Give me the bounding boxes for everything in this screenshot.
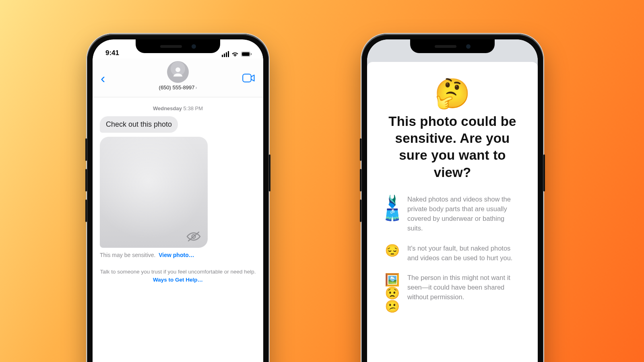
info-point: 🖼️😟😕 The person in this might not want i… — [385, 273, 520, 313]
message-bubble-photo-blurred[interactable] — [100, 137, 208, 248]
contact-name: (650) 555-8997 — [159, 84, 195, 90]
wifi-icon — [231, 51, 239, 57]
promo-stage: 9:41 ‹ (650) 555-8997› — [0, 0, 644, 362]
status-time: 9:41 — [105, 49, 119, 57]
svg-rect-1 — [242, 52, 250, 56]
back-button[interactable]: ‹ — [101, 71, 105, 85]
sensitive-content-sheet: 🤔 This photo could be sensitive. Are you… — [367, 62, 538, 362]
point-text: It's not your fault, but naked photos an… — [407, 244, 520, 263]
svg-rect-4 — [243, 74, 251, 82]
message-bubble-text[interactable]: Check out this photo — [100, 116, 178, 133]
cellular-icon — [222, 51, 229, 57]
phone-right: 9:41 🤔 This photo could be sensitive. Ar… — [361, 34, 543, 362]
point-text: The person in this might not want it see… — [407, 273, 520, 302]
point-text: Naked photos and videos show the private… — [407, 195, 520, 233]
thinking-emoji: 🤔 — [385, 76, 520, 111]
chevron-right-icon: › — [195, 85, 197, 90]
notch — [136, 39, 220, 53]
view-photo-link[interactable]: View photo… — [159, 252, 194, 258]
svg-point-3 — [175, 67, 180, 72]
phone-left: 9:41 ‹ (650) 555-8997› — [87, 34, 269, 362]
info-point: 😔 It's not your fault, but naked photos … — [385, 244, 520, 263]
messages-header: ‹ (650) 555-8997› — [93, 59, 263, 97]
point-emoji: 😔 — [385, 244, 399, 257]
avatar — [167, 61, 189, 83]
ways-to-get-help-link[interactable]: Ways to Get Help… — [153, 277, 203, 283]
info-points: 🩱🩳 Naked photos and videos show the priv… — [385, 195, 520, 313]
notch — [410, 39, 495, 53]
help-block: Talk to someone you trust if you feel un… — [100, 268, 256, 284]
hidden-eye-icon — [186, 231, 201, 242]
point-emoji: 🩱🩳 — [385, 195, 399, 221]
point-emoji: 🖼️😟😕 — [385, 273, 399, 313]
battery-icon — [241, 51, 252, 57]
info-point: 🩱🩳 Naked photos and videos show the priv… — [385, 195, 520, 233]
messages-thread: Wednesday 5:38 PM Check out this photo T… — [93, 97, 263, 284]
contact-block[interactable]: (650) 555-8997› — [93, 61, 263, 91]
screen-intervention: 9:41 🤔 This photo could be sensitive. Ar… — [367, 39, 538, 362]
screen-messages: 9:41 ‹ (650) 555-8997› — [93, 39, 263, 362]
svg-rect-2 — [251, 53, 252, 55]
timestamp: Wednesday 5:38 PM — [100, 105, 256, 111]
sheet-headline: This photo could be sensitive. Are you s… — [385, 113, 520, 181]
sensitive-caption: This may be sensitive. View photo… — [100, 252, 256, 258]
facetime-button[interactable] — [242, 74, 255, 82]
